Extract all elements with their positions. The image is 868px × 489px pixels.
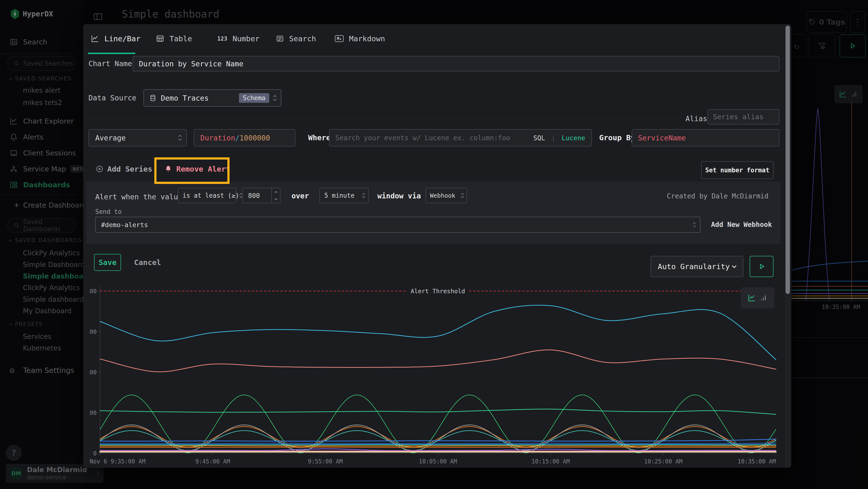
sql-toggle[interactable]: SQL — [533, 134, 545, 142]
number-123-icon: 123 — [217, 35, 227, 42]
svg-text:800: 800 — [89, 288, 97, 295]
updown-chevrons-icon — [178, 134, 182, 141]
save-button[interactable]: Save — [94, 254, 121, 271]
data-source-label: Data Source — [89, 94, 136, 102]
updown-chevrons-icon — [461, 192, 464, 199]
updown-chevrons-icon — [273, 94, 277, 102]
tab-table[interactable]: Table — [156, 24, 192, 53]
alert-threshold-input[interactable]: 800 — [242, 188, 280, 203]
tab-number[interactable]: 123 Number — [217, 24, 260, 53]
series-alias-input[interactable] — [708, 109, 779, 124]
tab-label: Search — [289, 34, 316, 43]
over-label: over — [291, 192, 309, 200]
field-column: Duration — [200, 134, 235, 142]
remove-alert-highlight — [154, 157, 229, 184]
send-to-value: #demo-alerts — [101, 221, 148, 229]
line-chart-icon[interactable] — [748, 294, 756, 302]
svg-text:10:25:00 AM: 10:25:00 AM — [644, 458, 682, 465]
set-number-format-label: Set number format — [705, 167, 769, 174]
send-to-select[interactable]: #demo-alerts — [95, 217, 701, 233]
save-label: Save — [99, 258, 117, 267]
where-search-input[interactable]: Search your events w/ Lucene ex. column:… — [329, 129, 592, 146]
alert-threshold-value: 800 — [248, 192, 260, 199]
play-icon — [758, 263, 765, 270]
markdown-icon: M↓ — [335, 35, 344, 42]
svg-text:10:35:00 AM: 10:35:00 AM — [738, 458, 776, 465]
svg-text:9:45:00 AM: 9:45:00 AM — [195, 458, 230, 465]
alert-prefix-label: Alert when the value — [95, 193, 182, 201]
add-series-label: Add Series — [107, 165, 152, 173]
run-chart-button[interactable] — [750, 256, 774, 277]
line-chart-icon — [91, 34, 99, 43]
alert-channel-select[interactable]: Webhook — [426, 188, 467, 203]
group-by-input[interactable]: ServiceName — [632, 129, 779, 146]
send-to-label: Send to — [95, 208, 122, 215]
add-series-button[interactable]: Add Series — [96, 164, 152, 174]
svg-text:400: 400 — [89, 369, 97, 376]
tab-search[interactable]: Search — [276, 24, 316, 53]
aggregation-select[interactable]: Average — [89, 129, 187, 146]
field-number: 1000000 — [240, 134, 270, 142]
granularity-value: Auto Granularity — [658, 262, 730, 271]
tab-line-bar[interactable]: Line/Bar — [91, 24, 140, 53]
alert-channel-value: Webhook — [430, 192, 455, 199]
updown-chevrons-icon — [239, 192, 243, 199]
aggregation-value: Average — [95, 134, 126, 142]
table-icon — [156, 34, 164, 43]
where-placeholder: Search your events w/ Lucene ex. column:… — [335, 134, 510, 142]
svg-text:9:55:00 AM: 9:55:00 AM — [308, 458, 343, 465]
schema-badge[interactable]: Schema — [239, 93, 269, 103]
updown-chevrons-icon — [693, 222, 696, 228]
svg-text:10:05:00 AM: 10:05:00 AM — [419, 458, 457, 465]
plus-circle-icon — [96, 165, 103, 173]
svg-text:10:15:00 AM: 10:15:00 AM — [531, 458, 570, 465]
window-via-label: window via — [377, 192, 421, 200]
duration-chart: 0200400600800Nov 6 9:35:00 AM9:45:00 AM9… — [89, 278, 782, 467]
field-operator: / — [235, 134, 240, 142]
svg-text:Nov 6 9:35:00 AM: Nov 6 9:35:00 AM — [90, 458, 145, 465]
tab-label: Markdown — [349, 34, 385, 43]
stepper-up-icon — [274, 191, 278, 193]
data-source-value: Demo Traces — [161, 94, 209, 102]
modal-scrollbar-thumb[interactable] — [785, 26, 790, 294]
data-source-select[interactable]: Demo Traces Schema — [144, 89, 281, 107]
alert-condition-value: is at least (≥) — [183, 192, 239, 199]
chart-type-toggle[interactable] — [741, 287, 774, 309]
chevron-down-icon — [731, 263, 738, 270]
cancel-button[interactable]: Cancel — [132, 254, 163, 271]
set-number-format-button[interactable]: Set number format — [701, 161, 774, 179]
lucene-toggle[interactable]: Lucene — [562, 134, 585, 142]
updown-chevrons-icon — [362, 192, 365, 199]
svg-text:Alert Threshold: Alert Threshold — [411, 288, 465, 295]
alias-label: Alias — [685, 114, 707, 123]
tab-markdown[interactable]: M↓ Markdown — [335, 24, 385, 53]
tab-label: Number — [233, 34, 260, 43]
created-by-label: Created by Dale McDiarmid — [667, 192, 768, 200]
chart-name-input[interactable] — [133, 56, 779, 71]
chart-name-label: Chart Name — [89, 59, 132, 68]
group-by-label: Group By — [599, 133, 635, 142]
tab-label: Line/Bar — [104, 34, 140, 43]
group-by-value: ServiceName — [638, 134, 686, 142]
number-stepper[interactable] — [271, 188, 280, 203]
tab-label: Table — [169, 34, 192, 43]
cancel-label: Cancel — [134, 258, 161, 267]
field-expression-input[interactable]: Duration/1000000 — [194, 129, 296, 146]
svg-text:0: 0 — [93, 450, 97, 457]
alert-window-select[interactable]: 5 minute — [319, 188, 369, 203]
alert-settings-panel: Alert when the value is at least (≥) 800… — [86, 181, 780, 244]
modal-scrollbar-track[interactable] — [785, 25, 790, 467]
svg-text:200: 200 — [89, 410, 97, 416]
bar-chart-icon[interactable] — [760, 294, 768, 301]
pipe-separator: | — [551, 134, 555, 142]
divider — [83, 86, 791, 87]
alert-condition-select[interactable]: is at least (≥) — [178, 188, 236, 203]
where-label: Where — [308, 133, 331, 142]
svg-text:600: 600 — [89, 328, 97, 335]
add-new-webhook-link[interactable]: Add New Webhook — [711, 221, 772, 229]
database-icon — [149, 94, 156, 102]
search-doc-icon — [276, 35, 284, 42]
alert-window-value: 5 minute — [324, 192, 354, 199]
granularity-select[interactable]: Auto Granularity — [651, 256, 743, 277]
stepper-down-icon — [274, 198, 278, 201]
